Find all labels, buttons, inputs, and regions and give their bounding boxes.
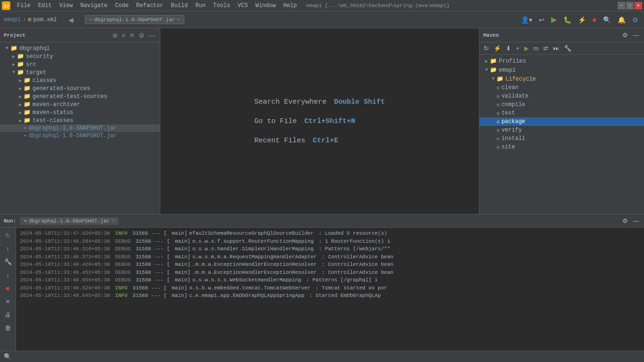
collapse-all-button[interactable]: ≡ — [121, 32, 126, 39]
tree-arrow-gen-src: ▶ — [17, 86, 24, 91]
log-line: 2024-05-18T11:33:48.373+05:30 DEBUG 3158… — [20, 253, 640, 261]
tree-item-jar1[interactable]: ▪ dbgraphql-1.0-SNAPSHOT.jar — [0, 124, 160, 132]
minimize-button[interactable]: − — [618, 2, 625, 9]
settings-gear-button[interactable]: ⚙ — [630, 15, 640, 25]
menu-help[interactable]: Help — [280, 1, 301, 10]
run-up-button[interactable]: ↑ — [2, 243, 14, 254]
menu-window[interactable]: Window — [252, 1, 280, 10]
file-selector-dropdown-icon: ▾ — [177, 16, 180, 23]
tree-item-dbgraphql[interactable]: ▼ 📁 dbgraphql — [0, 44, 160, 52]
run-stop-button[interactable]: ■ — [2, 282, 14, 294]
run-tab[interactable]: ▪ dbgraphql-1.0-SNAPSHOT.jar × — [20, 217, 118, 225]
tree-item-security[interactable]: ▶ 📁 security — [0, 52, 160, 60]
maven-item-verify[interactable]: ⚙ verify — [479, 126, 644, 134]
maven-label-emapi: emapi — [499, 67, 516, 74]
tree-item-maven-archiver[interactable]: ▶ 📁 maven-archiver — [0, 100, 160, 108]
search-overlay: Search Everywhere Double Shift Go to Fil… — [254, 98, 385, 145]
run-button[interactable]: ▶ — [549, 14, 559, 25]
maven-item-compile[interactable]: ⚙ compile — [479, 100, 644, 109]
maven-run-button[interactable]: ▶ — [523, 44, 530, 53]
undo-button[interactable]: ↩ — [537, 15, 546, 25]
run-panel-settings-button[interactable]: ⚙ — [621, 216, 629, 225]
tree-item-generated-test-sources[interactable]: ▶ 📁 generated-test-sources — [0, 92, 160, 100]
run-panel-minimize-button[interactable]: — — [631, 216, 640, 225]
tree-item-generated-sources[interactable]: ▶ 📁 generated-sources — [0, 84, 160, 92]
maven-minimize-button[interactable]: — — [631, 31, 640, 40]
new-file-button[interactable]: ⊕ — [111, 32, 119, 39]
jar-icon-1: ▪ — [24, 125, 27, 131]
menu-vcs[interactable]: VCS — [234, 1, 252, 10]
run-wrench-button[interactable]: 🔧 — [2, 256, 14, 267]
run-tab-close-button[interactable]: × — [112, 218, 115, 223]
tree-item-test-classes[interactable]: ▶ 📁 test-classes — [0, 116, 160, 124]
breadcrumb-project[interactable]: emapi — [4, 16, 21, 23]
search-button[interactable]: 🔍 — [601, 15, 613, 25]
statusbar-text: 🔍 — [4, 353, 15, 361]
maven-item-site[interactable]: ⚙ site — [479, 143, 644, 151]
go-to-file-label: Go to File — [254, 117, 297, 125]
stop-button[interactable]: ■ — [591, 15, 598, 25]
maven-item-clean[interactable]: ⚙ clean — [479, 83, 644, 92]
maven-add-button[interactable]: + — [514, 44, 521, 53]
maven-skip-button[interactable]: ⏭ — [552, 44, 561, 53]
file-selector[interactable]: ▪ dbgraphql-1.0-SNAPSHOT.jar ▾ — [85, 15, 184, 24]
coverage-button[interactable]: ⚡ — [576, 15, 588, 25]
panel-settings-button[interactable]: ⚙ — [138, 32, 146, 39]
maven-refresh-button[interactable]: ↻ — [482, 44, 490, 53]
tree-item-classes[interactable]: ▶ 📁 classes — [0, 76, 160, 84]
maven-label-test: test — [502, 110, 515, 116]
tree-label-jar2: dbgraphql-1.0-SNAPSHOT.jar — [29, 132, 117, 139]
account-button[interactable]: 👤▾ — [519, 15, 534, 25]
run-scroll-button[interactable]: ≡ — [2, 296, 14, 307]
menu-tools[interactable]: Tools — [209, 1, 234, 10]
menu-code[interactable]: Code — [111, 1, 132, 10]
maven-item-emapi[interactable]: ▼ 📁 emapi — [479, 66, 644, 74]
menu-navigate[interactable]: Navigate — [76, 1, 111, 10]
menu-build[interactable]: Build — [167, 1, 191, 10]
maven-wrench-button[interactable]: 🔧 — [562, 44, 573, 53]
tree-item-maven-status[interactable]: ▶ 📁 maven-status — [0, 108, 160, 116]
close-panel-button[interactable]: ✕ — [128, 32, 136, 39]
maven-item-validate[interactable]: ⚙ validate — [479, 92, 644, 100]
run-down-button[interactable]: ↓ — [2, 269, 14, 280]
maven-item-lifecycle[interactable]: ▼ 📁 Lifecycle — [479, 74, 644, 83]
run-print-button[interactable]: 🖨 — [2, 309, 14, 320]
maven-arrow-profiles: ▶ — [483, 58, 490, 64]
menu-refactor[interactable]: Refactor — [132, 1, 167, 10]
back-button[interactable]: ◀ — [66, 15, 75, 25]
debug-button[interactable]: 🐛 — [561, 15, 573, 25]
close-button[interactable]: × — [635, 2, 642, 9]
maven-label-verify: verify — [502, 127, 522, 133]
run-restart-button[interactable]: ↻ — [2, 230, 14, 241]
file-selector-label: dbgraphql-1.0-SNAPSHOT.jar — [94, 17, 175, 23]
tree-item-jar2[interactable]: ▪ dbgraphql-1.0-SNAPSHOT.jar — [0, 132, 160, 140]
project-panel-title: Project — [4, 33, 25, 38]
maximize-button[interactable]: □ — [626, 2, 634, 9]
notifications-button[interactable]: 🔔 — [616, 15, 627, 25]
menu-view[interactable]: View — [56, 1, 77, 10]
tree-item-target[interactable]: ▼ 📁 target — [0, 68, 160, 76]
maven-item-test[interactable]: ⚙ test — [479, 109, 644, 117]
menu-file[interactable]: File — [13, 1, 34, 10]
tree-item-src[interactable]: ▶ 📁 src — [0, 60, 160, 68]
maven-download-button[interactable]: ⬇ — [504, 44, 512, 53]
maven-execute-button[interactable]: ⚡ — [492, 44, 503, 53]
run-content: ↻ ↑ 🔧 ↓ ■ ≡ 🖨 🗑 2024-05-18T11:33:47.926+… — [0, 228, 644, 351]
tree-arrow-maven-archiver: ▶ — [17, 102, 24, 107]
maven-m-button[interactable]: m — [532, 44, 540, 53]
folder-icon-maven-archiver: 📁 — [24, 101, 31, 108]
search-everywhere-label: Search Everywhere — [254, 98, 326, 106]
menu-run[interactable]: Run — [191, 1, 209, 10]
maven-settings-button[interactable]: ⚙ — [621, 31, 629, 40]
maven-item-package[interactable]: ⚙ package — [479, 117, 644, 126]
run-trash-button[interactable]: 🗑 — [2, 322, 14, 333]
minimize-panel-button[interactable]: — — [148, 32, 156, 39]
maven-item-install[interactable]: ⚙ install — [479, 134, 644, 143]
menu-edit[interactable]: Edit — [34, 1, 56, 10]
log-line: 2024-05-18T11:33:48.294+05:30 DEBUG 3158… — [20, 238, 640, 246]
tree-label-target: target — [26, 69, 46, 76]
maven-toggle-button[interactable]: ⇄ — [542, 44, 550, 53]
run-sidebar: ↻ ↑ 🔧 ↓ ■ ≡ 🖨 🗑 — [0, 228, 16, 351]
maven-item-profiles[interactable]: ▶ 📁 Profiles — [479, 57, 644, 66]
breadcrumb-file[interactable]: pom.xml — [33, 16, 57, 23]
